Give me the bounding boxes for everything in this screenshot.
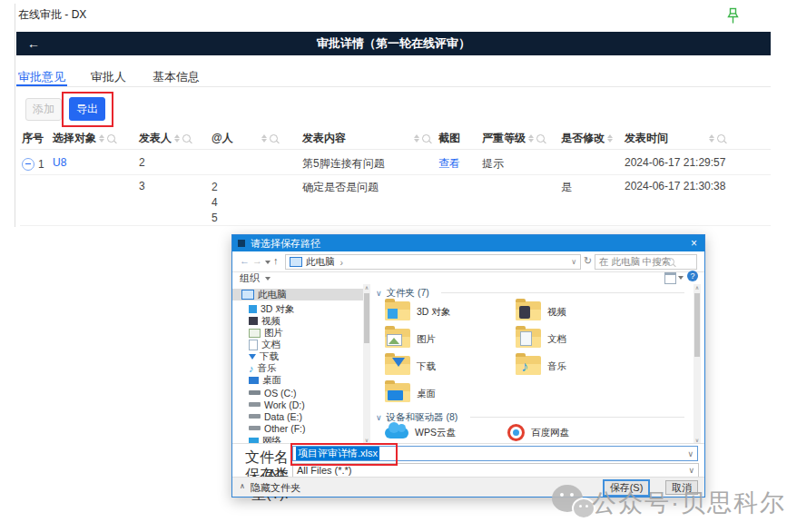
at-cell (210, 151, 300, 172)
col-content[interactable]: 发表内容 (300, 127, 437, 150)
tree-item-3d-objects[interactable]: 3D 对象 (249, 303, 294, 315)
folder-label: 文档 (547, 333, 566, 346)
scroll-thumb[interactable] (364, 293, 369, 343)
savetype-dropdown-icon[interactable]: ∨ (688, 466, 694, 475)
dialog-navbar: ← → ↑ 此电脑 › ∨ ↻ 在 此电脑 中搜索 (232, 251, 704, 272)
tree-scrollbar[interactable]: ∧ ∨ (363, 284, 370, 443)
col-publisher[interactable]: 发表人 (137, 127, 210, 150)
tree-label: 图片 (264, 327, 283, 340)
tree-item-documents[interactable]: 文档 (249, 339, 280, 350)
col-target[interactable]: 选择对象 (51, 127, 137, 150)
col-modified[interactable]: 是否修改 (559, 127, 623, 150)
folder-desktop[interactable]: 桌面 (385, 383, 436, 402)
column-search-icon[interactable] (182, 134, 191, 143)
hide-folders-button[interactable]: 隐藏文件夹 (251, 481, 300, 495)
tab-basic-info[interactable]: 基本信息 (152, 69, 200, 85)
table-row[interactable]: 1 U8 2 第5脚连接有问题 查看 提示 2024-06-17 21:29:5… (20, 151, 771, 172)
tree-label: 网络 (262, 435, 281, 445)
sort-icon[interactable] (261, 134, 267, 143)
tab-approvers[interactable]: 审批人 (91, 69, 126, 85)
breadcrumb[interactable]: 此电脑 (306, 256, 335, 269)
device-wps-cloud[interactable]: WPS云盘 (385, 422, 456, 439)
nav-history-caret-icon[interactable] (265, 261, 271, 264)
dialog-toolbar: 组织 ? (232, 271, 704, 284)
pin-icon[interactable] (726, 7, 740, 28)
collapse-row-icon[interactable] (22, 158, 34, 171)
nav-up-icon[interactable]: ↑ (273, 255, 279, 266)
table-row[interactable]: 3 2 4 5 确定是否是问题 是 2024-06-17 21:30:38 (20, 174, 771, 226)
sort-icon[interactable] (99, 134, 104, 143)
screenshot-view-link[interactable]: 查看 (437, 151, 480, 172)
scroll-up-icon[interactable]: ∧ (365, 284, 369, 291)
column-search-icon[interactable] (422, 134, 430, 143)
add-button[interactable]: 添加 (25, 98, 62, 121)
help-icon[interactable]: ? (687, 271, 698, 281)
sort-icon[interactable] (414, 134, 419, 143)
view-caret-icon[interactable] (678, 276, 684, 280)
folder-music[interactable]: ♪ 音乐 (516, 356, 566, 375)
group-collapse-icon[interactable]: ∨ (376, 413, 382, 422)
nav-forward-icon[interactable]: → (252, 255, 262, 266)
tree-item-desktop[interactable]: 桌面 (249, 374, 281, 386)
row-divider (20, 225, 771, 226)
search-box[interactable]: 在 此电脑 中搜索 (595, 254, 697, 270)
address-bar[interactable]: 此电脑 › ∨ (285, 254, 581, 270)
modified-cell (559, 151, 623, 172)
folder-label: 桌面 (417, 388, 436, 400)
folder-label: 视频 (547, 306, 566, 319)
sort-icon[interactable] (709, 134, 714, 143)
sort-icon[interactable] (528, 134, 534, 143)
list-scrollbar[interactable]: ∧ ∨ (694, 284, 701, 443)
tree-label: OS (C:) (264, 388, 297, 399)
scroll-down-icon[interactable]: ∨ (365, 437, 369, 443)
sort-icon[interactable] (174, 134, 180, 143)
col-screenshot[interactable]: 截图 (437, 127, 480, 150)
refresh-icon[interactable]: ↻ (584, 255, 592, 267)
tree-item-os-c[interactable]: OS (C:) (249, 387, 297, 399)
hide-folders-chevron-icon[interactable]: ∧ (240, 482, 245, 490)
address-dropdown-icon[interactable]: ∨ (571, 258, 576, 266)
col-at[interactable]: @人 (210, 127, 300, 150)
column-search-icon[interactable] (536, 134, 545, 143)
3d-objects-overlay-icon (388, 309, 398, 319)
tree-item-other-f[interactable]: Other (F:) (249, 422, 306, 434)
tree-item-music[interactable]: ♪音乐 (249, 362, 277, 374)
target-link[interactable]: U8 (51, 151, 137, 172)
column-search-icon[interactable] (270, 134, 278, 143)
column-search-icon[interactable] (717, 134, 725, 143)
back-icon[interactable]: ← (27, 32, 40, 55)
folder-icon (385, 301, 410, 320)
tree-label: 音乐 (258, 362, 277, 375)
tree-item-downloads[interactable]: 下载 (249, 350, 279, 362)
tree-item-data-e[interactable]: Data (E:) (249, 410, 302, 422)
column-search-icon[interactable] (107, 134, 115, 143)
folder-3d-objects[interactable]: 3D 对象 (385, 301, 450, 320)
scroll-down-icon[interactable]: ∨ (695, 437, 699, 443)
dialog-titlebar[interactable]: 请选择保存路径 × (232, 235, 704, 251)
tree-item-videos[interactable]: 视频 (249, 315, 280, 327)
folder-documents[interactable]: 文档 (516, 329, 566, 348)
sort-icon[interactable] (607, 134, 613, 143)
downloads-icon (249, 354, 256, 363)
filename-dropdown-icon[interactable]: ∨ (687, 449, 694, 458)
col-seq[interactable]: 序号 (20, 127, 51, 150)
view-toggle-icon[interactable] (664, 272, 676, 284)
col-severity[interactable]: 严重等级 (480, 127, 559, 150)
organize-button[interactable]: 组织 (240, 271, 271, 285)
scroll-thumb[interactable] (694, 293, 700, 357)
col-time[interactable]: 发表时间 (623, 127, 771, 150)
folder-pictures[interactable]: 图片 (385, 329, 436, 348)
folder-videos[interactable]: 视频 (516, 301, 566, 320)
scroll-up-icon[interactable]: ∧ (695, 284, 699, 291)
folder-downloads[interactable]: 下载 (385, 356, 436, 375)
close-icon[interactable]: × (691, 237, 697, 250)
tree-item-this-pc[interactable]: 此电脑 (232, 289, 370, 300)
nav-back-icon[interactable]: ← (240, 255, 250, 266)
device-baidu-netdisk[interactable]: 百度网盘 (507, 422, 569, 441)
tree-item-work-d[interactable]: Work (D:) (249, 399, 305, 410)
group-collapse-icon[interactable]: ∨ (376, 289, 382, 298)
tab-approval-opinions[interactable]: 审批意见 (18, 69, 65, 85)
folders-group-header[interactable]: ∨ 文件夹 (7) (376, 287, 429, 300)
tree-item-network[interactable]: 网络 (249, 435, 281, 444)
tree-item-pictures[interactable]: 图片 (249, 327, 283, 339)
